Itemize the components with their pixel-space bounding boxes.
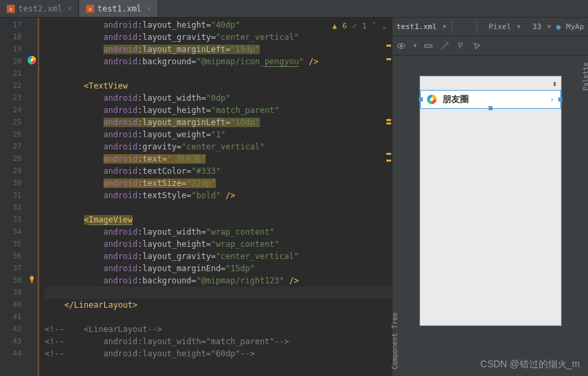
magic-wand-icon[interactable] bbox=[440, 41, 449, 51]
close-icon[interactable]: × bbox=[68, 5, 72, 12]
line-gutter: 1718192021222324252627282930313233343536… bbox=[0, 18, 26, 376]
ruler-icon[interactable] bbox=[424, 41, 433, 51]
device-frame[interactable]: ▮ 朋友圈 › bbox=[420, 76, 562, 326]
device-icon bbox=[482, 22, 484, 32]
tab-test2[interactable]: x test2.xml × bbox=[0, 0, 79, 17]
row-text: 朋友圈 bbox=[443, 93, 469, 105]
svg-point-11 bbox=[400, 45, 403, 47]
code-area[interactable]: android:layout_height="40dp" android:lay… bbox=[39, 18, 392, 376]
preview-list-item[interactable]: 朋友圈 › bbox=[420, 90, 561, 109]
warning-count: 6 bbox=[342, 22, 347, 30]
svg-point-5 bbox=[30, 59, 33, 62]
xml-file-icon: x bbox=[86, 5, 94, 13]
xml-file-icon: x bbox=[7, 5, 15, 13]
tab-test1[interactable]: x test1.xml × bbox=[79, 0, 158, 17]
main-content: 1718192021222324252627282930313233343536… bbox=[0, 18, 588, 376]
tab-label: test2.xml bbox=[18, 4, 62, 14]
svg-point-7 bbox=[463, 26, 464, 27]
select-icon[interactable] bbox=[472, 41, 482, 51]
status-bar: ▮ bbox=[420, 76, 561, 90]
warning-icon: ▲ bbox=[332, 22, 337, 30]
svg-text:x: x bbox=[9, 6, 13, 12]
chevron-right-icon: › bbox=[549, 95, 554, 104]
check-icon: ✓ bbox=[353, 22, 357, 30]
android-icon bbox=[526, 22, 527, 32]
api-level[interactable]: 33 bbox=[533, 22, 541, 31]
ok-count: 1 bbox=[362, 22, 367, 30]
preview-toolbar-2: ▼ bbox=[392, 37, 588, 55]
code-editor[interactable]: 1718192021222324252627282930313233343536… bbox=[0, 18, 392, 376]
night-mode-icon[interactable] bbox=[470, 22, 472, 32]
eye-icon[interactable] bbox=[397, 41, 406, 51]
inspection-summary[interactable]: ▲ 6 ✓ 1 ˆ ⌄ bbox=[332, 22, 386, 30]
layout-preview-pane: test1.xml▼ Pixel▼ 33▼ ◉ MyAp ▼ Palette C… bbox=[392, 18, 588, 376]
tab-label: test1.xml bbox=[97, 4, 141, 14]
svg-rect-12 bbox=[425, 45, 432, 47]
watermark: CSDN @错过的烟火_m bbox=[480, 358, 580, 371]
moments-icon bbox=[426, 94, 437, 105]
gutter-icons bbox=[26, 18, 38, 376]
orientation-icon[interactable] bbox=[463, 22, 465, 32]
component-tree-label[interactable]: Component Tree bbox=[391, 312, 399, 369]
layers-icon[interactable] bbox=[457, 22, 459, 32]
preview-canvas[interactable]: Palette Component Tree ▮ 朋友圈 bbox=[392, 55, 588, 376]
preview-toolbar-1: test1.xml▼ Pixel▼ 33▼ ◉ MyAp bbox=[392, 18, 588, 37]
svg-rect-8 bbox=[482, 26, 483, 27]
device-name[interactable]: Pixel bbox=[489, 22, 511, 31]
svg-point-14 bbox=[430, 98, 433, 101]
app-theme[interactable]: MyAp bbox=[566, 22, 585, 31]
caret-icon: ˆ bbox=[372, 22, 377, 30]
svg-point-9 bbox=[526, 26, 526, 27]
svg-text:x: x bbox=[89, 6, 92, 12]
svg-rect-6 bbox=[30, 282, 33, 283]
palette-label[interactable]: Palette bbox=[582, 62, 588, 91]
signal-icon: ▮ bbox=[552, 80, 556, 87]
editor-tabs: x test2.xml × x test1.xml × bbox=[0, 0, 588, 18]
close-icon[interactable]: × bbox=[147, 5, 151, 12]
wrench-icon[interactable] bbox=[456, 41, 466, 51]
preview-file-name[interactable]: test1.xml bbox=[397, 22, 437, 31]
